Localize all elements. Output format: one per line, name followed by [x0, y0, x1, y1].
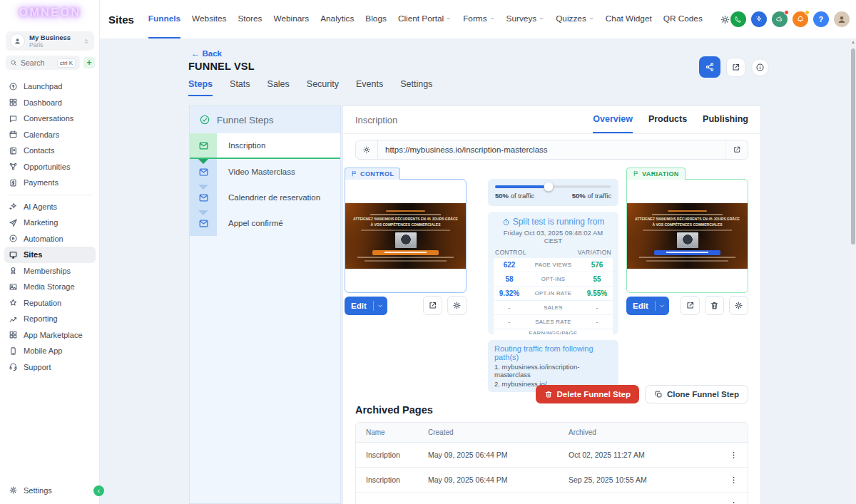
variation-settings-button[interactable]	[729, 296, 748, 315]
chat-icon	[9, 114, 18, 123]
step-arrow-down-icon	[198, 159, 208, 164]
tab-overview[interactable]: Overview	[593, 106, 633, 133]
traffic-slider[interactable]	[495, 185, 611, 188]
preview-control-button[interactable]	[423, 296, 442, 315]
search-placeholder: Search	[21, 58, 44, 67]
sidebar-item-automation[interactable]: Automation	[4, 231, 96, 247]
sidebar-item-ai-agents[interactable]: AI Agents	[4, 199, 96, 215]
tab-analytics[interactable]: Analytics	[320, 0, 354, 38]
sidebar-item-settings[interactable]: Settings	[9, 485, 52, 495]
variation-column-label: VARIATION	[578, 249, 611, 256]
sidebar-item-reputation[interactable]: Reputation	[4, 295, 96, 312]
step-detail-header: Inscription Overview Products Publishing	[343, 106, 760, 134]
page-thumbnail: ATTEIGNEZ 5000€/MOIS RÉCURRENTS EN 45 JO…	[345, 203, 466, 269]
info-button[interactable]	[751, 58, 769, 76]
sidebar-item-conversations[interactable]: Conversations	[4, 110, 96, 127]
topbar-tabs: Funnels Websites Stores Webinars Analyti…	[148, 0, 703, 38]
megaphone-icon[interactable]	[772, 11, 788, 27]
row-menu-kebab-icon[interactable]	[719, 475, 748, 485]
routing-path: 1. mybusiness.io/inscription-masterclass	[494, 363, 612, 379]
sidebar-item-launchpad[interactable]: Launchpad	[4, 78, 96, 95]
tab-stats[interactable]: Stats	[230, 79, 250, 96]
phone-icon[interactable]	[730, 11, 746, 27]
sidebar-item-marketing[interactable]: Marketing	[4, 215, 96, 231]
open-url-external-icon[interactable]	[725, 140, 748, 159]
tab-surveys[interactable]: Surveys	[506, 0, 545, 38]
sidebar-collapse-button[interactable]: ‹	[93, 485, 104, 496]
funnel-step-inscription[interactable]: Inscription	[190, 133, 340, 159]
quick-add-button[interactable]: +	[83, 57, 95, 68]
sidebar-item-payments[interactable]: Payments	[4, 175, 96, 191]
business-switcher[interactable]: My Business Paris	[6, 31, 94, 51]
main-area: ←Back FUNNEL VSL Steps Stats Sales Secur…	[100, 39, 856, 504]
control-column-label: CONTROL	[495, 249, 526, 256]
sidebar-item-dashboard[interactable]: Dashboard	[4, 95, 96, 111]
scroll-up-icon[interactable]: ▲	[850, 40, 856, 44]
avatar[interactable]	[834, 11, 850, 27]
stat-row-sales-rate: -SALES RATE-	[494, 315, 613, 329]
sidebar-item-memberships[interactable]: Memberships	[4, 263, 96, 279]
row-menu-kebab-icon[interactable]	[719, 500, 748, 504]
edit-variation-button[interactable]: Edit	[626, 297, 669, 315]
sidebar-item-media-storage[interactable]: Media Storage	[4, 279, 96, 295]
edit-control-button[interactable]: Edit	[345, 297, 387, 315]
sites-settings-gear-icon[interactable]	[720, 14, 730, 25]
sidebar-item-opportunities[interactable]: Opportunities	[4, 159, 96, 175]
chevron-down-icon[interactable]	[656, 302, 669, 309]
tab-client-portal[interactable]: Client Portal	[398, 0, 452, 38]
sidebar-item-support[interactable]: Support	[4, 359, 96, 376]
sidebar-item-sites[interactable]: Sites	[4, 247, 96, 263]
sidebar-item-contacts[interactable]: Contacts	[4, 143, 96, 159]
delete-funnel-step-button[interactable]: Delete Funnel Step	[536, 385, 640, 403]
search-input[interactable]: Search ctrl K	[6, 56, 80, 70]
tab-websites[interactable]: Websites	[192, 0, 226, 38]
help-icon[interactable]: ?	[813, 11, 829, 27]
variation-page-preview[interactable]: ATTEIGNEZ 5000€/MOIS RÉCURRENTS EN 45 JO…	[626, 179, 748, 293]
tab-steps[interactable]: Steps	[188, 79, 213, 96]
tab-stores[interactable]: Stores	[238, 0, 262, 38]
delete-variation-button[interactable]	[705, 296, 724, 315]
step-actions: Delete Funnel Step Clone Funnel Step	[536, 385, 748, 403]
funnel-step-video-masterclass[interactable]: Video Masterclass	[190, 159, 340, 185]
sidebar-item-calendars[interactable]: Calendars	[4, 127, 96, 143]
control-settings-button[interactable]	[447, 296, 467, 315]
row-menu-kebab-icon[interactable]	[719, 451, 748, 460]
tab-products[interactable]: Products	[648, 106, 687, 133]
url-settings-gear-icon[interactable]	[356, 140, 378, 159]
business-avatar-icon	[10, 34, 25, 48]
contacts-icon	[9, 146, 18, 155]
slider-handle[interactable]	[544, 182, 553, 192]
sidebar-item-app-marketplace[interactable]: App Marketplace	[4, 327, 96, 344]
share-button[interactable]	[699, 56, 720, 78]
control-page-preview[interactable]: ATTEIGNEZ 5000€/MOIS RÉCURRENTS EN 45 JO…	[345, 179, 467, 293]
sidebar-item-reporting[interactable]: Reporting	[4, 311, 96, 327]
tab-blogs[interactable]: Blogs	[365, 0, 387, 38]
back-link[interactable]: ←Back	[191, 49, 222, 58]
chevron-down-icon[interactable]	[374, 302, 387, 309]
page-url-bar: https://mybusiness.io/inscription-master…	[355, 140, 748, 160]
tab-sales[interactable]: Sales	[268, 79, 290, 96]
scrollbar-thumb[interactable]	[851, 48, 855, 245]
tab-webinars[interactable]: Webinars	[274, 0, 310, 38]
scrollbar[interactable]: ▲	[850, 39, 856, 504]
bell-icon[interactable]	[793, 11, 808, 27]
open-external-button[interactable]	[726, 58, 745, 77]
funnel-step-appel-confirme[interactable]: Appel confirmé	[190, 210, 340, 236]
tab-funnel-settings[interactable]: Settings	[400, 79, 432, 96]
clone-funnel-step-button[interactable]: Clone Funnel Step	[645, 385, 748, 403]
brand-logo: OMNEON	[0, 6, 100, 19]
ribbon-icon	[9, 266, 18, 275]
tab-security[interactable]: Security	[307, 79, 339, 96]
tab-funnels[interactable]: Funnels	[148, 0, 180, 38]
funnel-step-calendrier[interactable]: Calendrier de reservation	[190, 185, 340, 210]
preview-variation-button[interactable]	[681, 296, 700, 315]
tab-chat-widget[interactable]: Chat Widget	[606, 0, 652, 38]
tab-forms[interactable]: Forms	[463, 0, 494, 38]
tab-events[interactable]: Events	[356, 79, 383, 96]
funnel-tabs: Steps Stats Sales Security Events Settin…	[188, 79, 432, 96]
tab-qr-codes[interactable]: QR Codes	[663, 0, 703, 38]
tab-publishing[interactable]: Publishing	[703, 106, 748, 133]
sparkle-icon[interactable]	[751, 11, 767, 27]
tab-quizzes[interactable]: Quizzes	[556, 0, 594, 38]
sidebar-item-mobile-app[interactable]: Mobile App	[4, 343, 96, 359]
